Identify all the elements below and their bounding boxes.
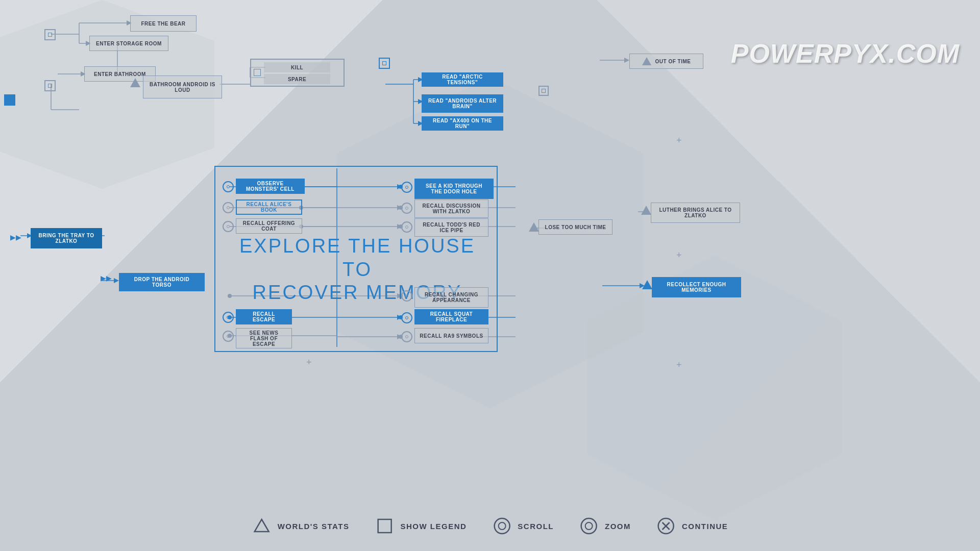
icon-arrow-left-2: ▶▶ bbox=[101, 274, 112, 282]
node-recall-alices-book: RECALL ALICE'S BOOK bbox=[236, 199, 302, 215]
watermark: POWERPYX.COM bbox=[731, 38, 960, 69]
node-out-of-time: OUT OF TIME bbox=[629, 54, 703, 69]
cross-icon bbox=[656, 516, 676, 536]
icon-triangle-lose-time bbox=[529, 222, 539, 232]
svg-point-77 bbox=[494, 518, 509, 534]
control-scroll[interactable]: SCROLL bbox=[492, 516, 554, 536]
node-lose-too-much-time: LOSE TOO MUCH TIME bbox=[538, 219, 612, 235]
node-read-ax400: READ "AX400 ON THE RUN" bbox=[422, 116, 503, 131]
node-recall-ra9-symbols: RECALL RA9 SYMBOLS bbox=[414, 328, 488, 343]
zoom-label: ZOOM bbox=[605, 522, 631, 531]
node-bring-tray-zlatko: BRING THE TRAY TO ZLATKO bbox=[31, 228, 102, 248]
icon-mid-right bbox=[538, 86, 549, 96]
choice-box: KILL SPARE bbox=[250, 59, 345, 87]
r3-icon bbox=[579, 516, 599, 536]
continue-label: CONTINUE bbox=[682, 522, 728, 531]
icon-search-kid-door bbox=[401, 182, 412, 193]
node-recall-offering-coat: RECALL OFFERING COAT bbox=[236, 218, 302, 234]
triangle-icon bbox=[252, 516, 272, 536]
icon-search-changing-appearance bbox=[401, 290, 412, 302]
node-see-kid-door-hole: SEE A KID THROUGH THE DOOR HOLE bbox=[414, 179, 494, 199]
icon-search-discussion-zlatko bbox=[401, 203, 412, 214]
scroll-label: SCROLL bbox=[518, 522, 554, 531]
worlds-stats-label: WORLD'S STATS bbox=[278, 522, 350, 531]
icon-search-ra9 bbox=[401, 331, 412, 342]
node-spare: SPARE bbox=[264, 74, 330, 84]
icon-arrow-left-1: ▶▶ bbox=[10, 233, 21, 241]
node-kill: KILL bbox=[264, 62, 330, 72]
node-recall-escape: RECALL ESCAPE bbox=[236, 309, 292, 324]
icon-search-news-flash bbox=[223, 331, 234, 342]
node-observe-monsters-cell: OBSERVE MONSTERS' CELL bbox=[236, 179, 305, 194]
svg-point-79 bbox=[581, 518, 597, 534]
icon-left-1 bbox=[44, 80, 56, 91]
icon-search-todds-ice bbox=[401, 221, 412, 233]
node-read-arctic: READ "ARCTIC TENSIONS" bbox=[422, 72, 503, 87]
node-recall-discussion-zlatko: RECALL DISCUSSION WITH ZLATKO bbox=[414, 199, 488, 218]
icon-search-squat-fireplace bbox=[401, 312, 412, 323]
icon-search-observe bbox=[223, 181, 234, 192]
node-enter-storage-room: ENTER STORAGE ROOM bbox=[89, 36, 168, 51]
icon-plus-bottom-2: + bbox=[676, 250, 682, 261]
icon-search-recall-alice bbox=[223, 202, 234, 213]
icon-top-left bbox=[44, 29, 56, 40]
node-recollect-enough-memories: RECOLLECT ENOUGH MEMORIES bbox=[652, 277, 741, 297]
triangle-warning-1 bbox=[130, 78, 140, 87]
node-bathroom-android-loud: BATHROOM ANDROID IS LOUD bbox=[143, 76, 222, 98]
icon-plus-bottom-4: + bbox=[676, 135, 682, 146]
node-free-the-bear: FREE THE BEAR bbox=[130, 15, 197, 32]
svg-marker-75 bbox=[255, 519, 269, 532]
icon-triangle-recollect bbox=[642, 280, 652, 289]
node-drop-android-torso: DROP THE ANDROID TORSO bbox=[119, 273, 205, 291]
node-see-news-flash: SEE NEWS FLASH OF ESCAPE bbox=[236, 328, 292, 348]
show-legend-label: SHOW LEGEND bbox=[400, 522, 467, 531]
svg-point-80 bbox=[585, 522, 593, 530]
icon-triangle-luther bbox=[641, 206, 651, 215]
node-read-androids: READ "ANDROIDS ALTER BRAIN" bbox=[422, 94, 503, 113]
control-show-legend[interactable]: SHOW LEGEND bbox=[375, 516, 467, 536]
l3-icon bbox=[492, 516, 511, 536]
node-luther-brings-alice: LUTHER BRINGS ALICE TO ZLATKO bbox=[651, 203, 740, 223]
icon-search-recall-escape bbox=[223, 312, 234, 323]
control-zoom[interactable]: ZOOM bbox=[579, 516, 631, 536]
icon-plus-bottom-3: + bbox=[676, 360, 682, 370]
flowchart-canvas: FREE THE BEAR ENTER STORAGE ROOM ENTER B… bbox=[0, 0, 980, 551]
node-recall-squat-fireplace: RECALL SQUAT FIREPLACE bbox=[414, 309, 488, 324]
square-icon bbox=[375, 516, 394, 536]
svg-rect-76 bbox=[378, 519, 391, 533]
icon-left-connector bbox=[4, 94, 15, 106]
control-worlds-stats[interactable]: WORLD'S STATS bbox=[252, 516, 350, 536]
node-recall-todds-ice: RECALL TODD'S RED ICE PIPE bbox=[414, 218, 488, 237]
controls-bar: WORLD'S STATS SHOW LEGEND SCROLL ZOOM CO… bbox=[252, 516, 728, 536]
icon-plus-bottom-1: + bbox=[306, 357, 312, 368]
icon-search-recall-coat bbox=[223, 221, 234, 232]
control-continue[interactable]: CONTINUE bbox=[656, 516, 728, 536]
svg-point-78 bbox=[498, 522, 505, 530]
icon-top-right-1 bbox=[379, 58, 390, 69]
icon-choice bbox=[254, 69, 261, 76]
node-recall-changing-appearance: RECALL CHANGING APPEARANCE bbox=[414, 287, 488, 308]
